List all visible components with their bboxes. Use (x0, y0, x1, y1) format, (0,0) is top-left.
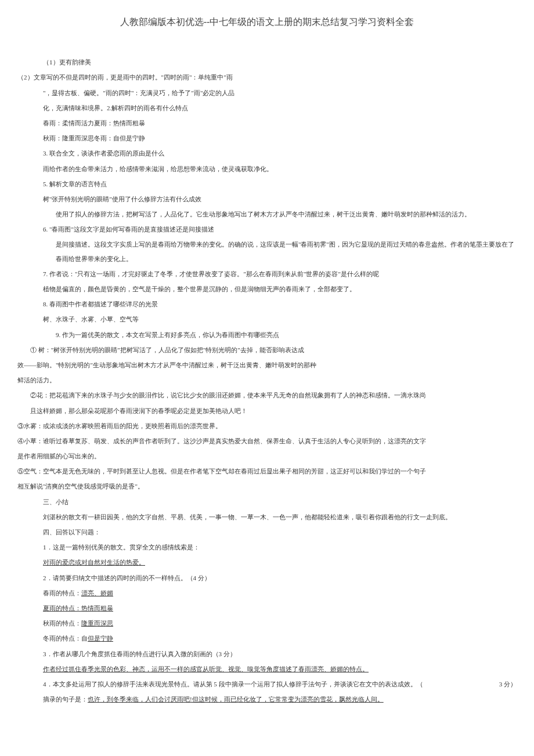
text-line: （1）更有韵律美 (17, 55, 517, 69)
question-text: 4．本文多处运用了拟人的修辞手法来表现光景特点。请从第 5 段中摘录一个运用了拟… (43, 677, 423, 691)
text-line: 7. 作者说："只有这一场雨，才完好驱走了冬季，才使世界改变了姿容。"那么在春雨… (17, 267, 517, 281)
text-line: 5. 解析文章的语言特点 (17, 177, 517, 191)
text-line: 3．作者从哪几个角度抓住春雨的特点进行认真入微的刻画的（3 分） (17, 647, 517, 661)
label-text: 春雨的特点： (43, 589, 81, 596)
score-text: 3 分） (499, 677, 517, 691)
answer-text: 热情而粗暴 (81, 605, 113, 612)
text-line: 四、回答以下问题： (17, 525, 517, 539)
answer-line: 秋雨的特点：隆重而深思 (17, 616, 517, 630)
text-line: 树"张开特别光明的眼睛"使用了什么修辞方法有什么成效 (17, 192, 517, 206)
label-text: 秋雨的特点： (43, 620, 81, 627)
answer-text: 隆重而深思 (81, 620, 113, 627)
answer-line: 作者经过抓住春季光景的色彩、神态，运用不一样的感官从听觉、视觉、嗅觉等角度描述了… (17, 662, 517, 676)
answer-line: 摘录的句子是：也许，到冬季来临，人们会讨厌雨吧!但这时候，雨已经化妆了，它常常变… (17, 692, 517, 706)
text-line: 鲜活的活力。 (17, 373, 517, 387)
answer-text: 也许，到冬季来临，人们会讨厌雨吧!但这时候，雨已经化妆了，它常常变为漂亮的雪花，… (88, 696, 384, 703)
text-line: 8. 春雨图中作者都描述了哪些详尽的光景 (17, 297, 517, 311)
text-line: ① 树："树张开特别光明的眼睛"把树写活了，人品化了假如把"特别光明的"去掉，能… (17, 343, 517, 357)
text-line: ④小草：谁听过春草复苏、萌发、成长的声音作者听到了。这沙沙声是真实热爱大自然、保… (17, 434, 517, 448)
text-line: 4．本文多处运用了拟人的修辞手法来表现光景特点。请从第 5 段中摘录一个运用了拟… (17, 677, 517, 691)
text-line: 雨给作者的生命带来活力，给感情带来滋润，给思想带来流动，使灵魂获取净化。 (17, 162, 517, 176)
text-line: （2）文章写的不但是四时的雨，更是雨中的四时。"四时的雨"：单纯重中"雨 (17, 70, 517, 84)
text-line: 使用了拟人的修辞方法，把树写活了，人品化了。它生动形象地写出了树木方才从严冬中清… (17, 207, 517, 221)
label-text: 夏雨的特点： (43, 605, 81, 612)
text-line: 春雨：柔情而活力夏雨：热情而粗暴 (17, 116, 517, 130)
text-line: 2．请简要归纳文中描述的四时的雨的不一样特点。（4 分） (17, 571, 517, 585)
text-line: 且这样娇媚，那么那朵花呢那个春雨浸润下的春季呢必定是更加美艳动人吧！ (17, 404, 517, 418)
text-line: "，显得古板、偏硬。"雨的四时"：充满灵巧，给予了"雨"必定的人品 (17, 86, 517, 100)
text-line: 效——影响。"特别光明的"生动形象地写出树木方才从严冬中清醒过来，树干泛出黄青、… (17, 358, 517, 372)
answer-line: 夏雨的特点：热情而粗暴 (17, 601, 517, 615)
label-text: 冬雨的特点：自 (43, 635, 88, 642)
page-title: 人教部编版本初优选--中七年级的语文上册的期末总结复习学习资料全套 (17, 12, 517, 32)
answer-line: 冬雨的特点：自但是宁静 (17, 631, 517, 645)
text-line: 三、小结 (17, 495, 517, 509)
text-line: 树、水珠子、水雾、小草、空气等 (17, 312, 517, 326)
text-line: 植物是偏直的，颜色是昏黄的，空气是干燥的，整个世界是沉静的，但是润物细无声的春雨… (17, 282, 517, 296)
text-line: 9. 作为一篇优美的散文，本文在写景上有好多亮点，你认为春雨图中有哪些亮点 (17, 328, 517, 342)
text-line: 1．这是一篇特别优美的散文。贯穿全文的感情线索是： (17, 540, 517, 554)
text-line: 化，充满情味和境界。2.解析四时的雨各有什么特点 (17, 101, 517, 115)
text-line: ③水雾：或浓或淡的水雾映照着雨后的阳光，更映照着雨后的漂亮世界。 (17, 419, 517, 433)
answer-text: 作者经过抓住春季光景的色彩、神态，运用不一样的感官从听觉、视觉、嗅觉等角度描述了… (43, 665, 369, 672)
text-line: 6. "春雨图"这段文字是如何写春雨的是直接描述还是间接描述 (17, 222, 517, 236)
text-line: 是作者用细腻的心写出来的。 (17, 449, 517, 463)
text-line: ⑤空气：空气本是无色无味的，平时到甚至让人忽视。但是在作者笔下空气却在春雨过后显… (17, 464, 517, 478)
text-line: 刘湛秋的散文有一耕田园美，他的文字自然、平易、优美，一事一物、一草一木、一色一声… (17, 510, 517, 524)
answer-text: 对雨的爱恋或对自然对生活的热爱。 (43, 559, 145, 566)
answer-line: 对雨的爱恋或对自然对生活的热爱。 (17, 555, 517, 569)
text-line: 3. 联合全文，谈谈作者爱恋雨的原由是什么 (17, 146, 517, 160)
answer-line: 春雨的特点：漂亮、娇媚 (17, 586, 517, 600)
answer-text: 但是宁静 (88, 635, 113, 642)
label-text: 摘录的句子是： (43, 696, 88, 703)
text-line: 相互解说"清爽的空气使我感觉呼吸的是香"。 (17, 479, 517, 493)
answer-text: 漂亮、娇媚 (81, 589, 113, 596)
text-line: 秋雨：隆重而深思冬雨：自但是宁静 (17, 131, 517, 145)
text-line: 是间接描述。这段文字实质上写的是春雨给万物带来的变化。的确的说，这应该是一幅"春… (17, 237, 517, 265)
text-line: ②花：把花苞滴下来的水珠子与少女的眼泪作比，说它比少女的眼泪还娇媚，使本来平凡无… (17, 388, 517, 402)
